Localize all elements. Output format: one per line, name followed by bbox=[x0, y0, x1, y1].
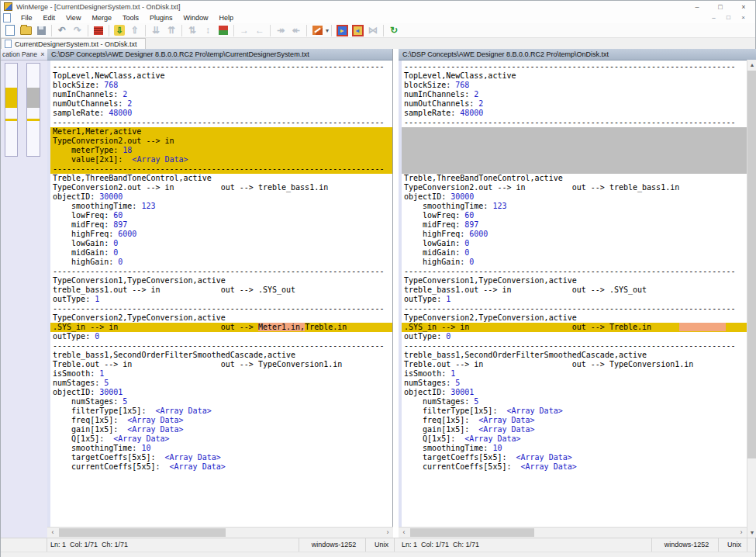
mdi-minimize-button[interactable]: – bbox=[706, 12, 721, 23]
scroll-down-arrow[interactable]: ▼ bbox=[747, 528, 756, 538]
copy-left-button[interactable]: ← bbox=[253, 24, 267, 36]
code-line: highGain: 0 bbox=[402, 258, 747, 267]
swap-panes-button[interactable]: ⋈ bbox=[366, 24, 380, 36]
previous-difference-button[interactable]: ⇧ bbox=[128, 24, 142, 36]
next-conflict-button[interactable]: ⇊ bbox=[149, 24, 163, 36]
menu-view[interactable]: View bbox=[60, 12, 86, 23]
undo-button[interactable]: ↶ bbox=[55, 24, 69, 36]
code-line: Q[1x5]: <Array Data> bbox=[50, 434, 392, 444]
code-line: numOutChannels: 2 bbox=[50, 99, 392, 109]
toolbar-separator bbox=[51, 25, 52, 36]
code-line: lowFreq: 60 bbox=[402, 211, 747, 220]
open-button[interactable] bbox=[19, 24, 33, 36]
code-line: objectID: 30000 bbox=[50, 192, 392, 202]
last-difference-button[interactable]: ↕ bbox=[201, 24, 215, 36]
code-line bbox=[50, 509, 392, 518]
mdi-restore-button[interactable]: □ bbox=[721, 12, 736, 23]
status-eol-right[interactable]: Unix bbox=[719, 538, 747, 552]
tab-compare-document[interactable]: CurrentDesignerSystem.txt - OnDisk.txt bbox=[1, 38, 146, 49]
maximize-button[interactable]: □ bbox=[709, 2, 732, 12]
code-line: isSmooth: 1 bbox=[50, 369, 392, 379]
copy-all-right-button[interactable]: ▸ bbox=[335, 24, 349, 36]
compare-options-button[interactable] bbox=[91, 24, 105, 36]
scroll-left-arrow[interactable]: ‹ bbox=[399, 528, 409, 538]
diff-pane-right: C:\DSP Concepts\AWE Designer 8.B.0.0.RC2… bbox=[399, 49, 756, 538]
copy-all-left-button[interactable]: ◂ bbox=[350, 24, 364, 36]
scroll-left-arrow[interactable]: ‹ bbox=[47, 528, 58, 538]
menu-plugins[interactable]: Plugins bbox=[144, 12, 178, 23]
code-line: outType: 0 bbox=[50, 332, 392, 341]
scroll-up-arrow[interactable]: ▲ bbox=[747, 60, 756, 70]
code-line: TypeConversion1,TypeConversion,active bbox=[50, 276, 392, 285]
location-mark-ghost[interactable] bbox=[27, 88, 40, 108]
copy-right-button[interactable]: → bbox=[237, 24, 251, 36]
location-mark-diff[interactable] bbox=[5, 88, 17, 108]
auto-merge-button[interactable] bbox=[310, 24, 324, 36]
toolbar-separator bbox=[145, 25, 146, 36]
save-button[interactable] bbox=[34, 24, 48, 36]
menu-file[interactable]: File bbox=[16, 12, 38, 23]
code-line: lowGain: 0 bbox=[402, 239, 747, 248]
horizontal-scrollbar-right[interactable]: ‹ › bbox=[399, 527, 747, 538]
code-line bbox=[402, 500, 747, 509]
code-line: gain[1x5]: <Array Data> bbox=[50, 425, 392, 434]
toolbar-separator bbox=[109, 25, 109, 36]
code-line: TypeConversion2.out --> in out --> trebl… bbox=[50, 183, 392, 192]
code-line: ----------------------------------------… bbox=[50, 62, 392, 71]
code-line: numOutChannels: 2 bbox=[402, 99, 747, 109]
status-spacer bbox=[1, 538, 47, 552]
code-line: ----------------------------------------… bbox=[50, 304, 392, 313]
redo-button[interactable]: ↷ bbox=[71, 24, 85, 36]
status-position-left: Ln: 1 Col: 1/71 Ch: 1/71 bbox=[47, 538, 299, 552]
chevron-down-icon[interactable]: ▾ bbox=[326, 27, 329, 34]
code-line: outType: 1 bbox=[402, 295, 747, 304]
location-map-left[interactable] bbox=[5, 63, 18, 157]
code-line: numStages: 5 bbox=[402, 397, 747, 407]
new-file-button[interactable] bbox=[3, 24, 17, 36]
scrollbar-thumb[interactable] bbox=[747, 71, 756, 458]
previous-conflict-button[interactable]: ⇈ bbox=[164, 24, 178, 36]
toolbar-separator bbox=[306, 25, 307, 36]
scroll-right-arrow[interactable]: › bbox=[736, 528, 747, 538]
file-path-header-right: C:\DSP Concepts\AWE Designer 8.B.0.0.RC2… bbox=[399, 49, 756, 61]
status-encoding-right[interactable]: windows-1252 bbox=[652, 538, 719, 552]
close-button[interactable]: × bbox=[732, 2, 755, 12]
menu-window[interactable]: Window bbox=[178, 12, 213, 23]
scrollbar-thumb[interactable] bbox=[410, 528, 534, 537]
diff-text-right[interactable]: ----------------------------------------… bbox=[399, 61, 747, 528]
diff-line: Meter1,Meter,active bbox=[50, 127, 392, 137]
open-icon bbox=[20, 26, 32, 35]
horizontal-scrollbar-left[interactable]: ‹ › bbox=[47, 527, 393, 538]
vertical-scrollbar[interactable]: ▲ ▼ bbox=[747, 60, 756, 538]
resize-grip bbox=[747, 538, 756, 552]
close-icon[interactable]: × bbox=[38, 50, 47, 58]
scrollbar-thumb[interactable] bbox=[59, 528, 226, 537]
menu-edit[interactable]: Edit bbox=[38, 12, 61, 23]
minimize-button[interactable]: – bbox=[685, 2, 709, 12]
refresh-button[interactable]: ↻ bbox=[387, 24, 401, 36]
mdi-close-button[interactable]: × bbox=[736, 12, 751, 23]
copy-right-and-advance-button[interactable]: ↠ bbox=[274, 24, 288, 36]
winmerge-app-icon bbox=[4, 2, 12, 11]
current-difference-button[interactable] bbox=[216, 24, 230, 36]
menu-merge[interactable]: Merge bbox=[86, 12, 117, 23]
code-line: ----------------------------------------… bbox=[50, 267, 392, 276]
scroll-right-arrow[interactable]: › bbox=[382, 528, 393, 538]
title-bar: WinMerge - [CurrentDesignerSystem.txt - … bbox=[1, 1, 755, 12]
copy-left-and-advance-button[interactable]: ↞ bbox=[289, 24, 303, 36]
file-path-header-left: C:\DSP Concepts\AWE Designer 8.B.0.0.RC2… bbox=[47, 49, 392, 61]
code-line: Treble.out --> in out --> TypeConversion… bbox=[402, 360, 747, 369]
status-encoding-left[interactable]: windows-1252 bbox=[299, 538, 366, 552]
location-map-right[interactable] bbox=[26, 63, 40, 157]
code-line bbox=[402, 490, 747, 500]
location-mark-diff[interactable] bbox=[27, 119, 40, 121]
diff-text-left[interactable]: ----------------------------------------… bbox=[47, 61, 392, 528]
next-difference-button[interactable]: ⇩ bbox=[112, 24, 126, 36]
ghost-line bbox=[402, 164, 747, 174]
code-line: TypeConversion1,TypeConversion,active bbox=[402, 276, 747, 285]
status-eol-left[interactable]: Unix bbox=[366, 538, 395, 552]
first-difference-button[interactable]: ⇅ bbox=[185, 24, 199, 36]
menu-tools[interactable]: Tools bbox=[117, 12, 144, 23]
menu-help[interactable]: Help bbox=[213, 12, 239, 23]
location-mark-diff[interactable] bbox=[5, 119, 17, 121]
